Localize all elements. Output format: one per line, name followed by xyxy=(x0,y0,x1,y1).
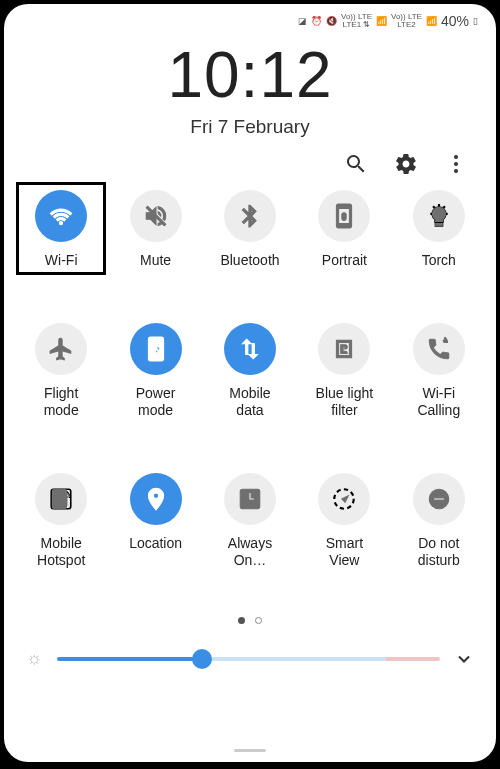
alarm-icon: ⏰ xyxy=(311,16,322,26)
tile-portrait[interactable]: Portrait xyxy=(297,190,391,269)
alwayson-icon xyxy=(224,473,276,525)
search-icon[interactable] xyxy=(344,152,368,176)
torch-icon xyxy=(413,190,465,242)
tiles-grid: Wi-FiMuteBluetoothPortraitTorchFlight mo… xyxy=(4,184,496,569)
page-indicator[interactable] xyxy=(4,617,496,624)
tile-torch[interactable]: Torch xyxy=(392,190,486,269)
tile-label: Wi-Fi xyxy=(45,252,78,269)
portrait-icon xyxy=(318,190,370,242)
brightness-icon: ☼ xyxy=(26,648,43,669)
signal1-icon: 📶 xyxy=(376,16,387,26)
more-icon[interactable] xyxy=(444,152,468,176)
tile-label: Blue light filter xyxy=(316,385,374,419)
smartview-icon xyxy=(318,473,370,525)
tile-label: Power mode xyxy=(136,385,176,419)
svg-point-2 xyxy=(454,169,458,173)
chevron-down-icon[interactable] xyxy=(454,649,474,669)
clock-time: 10:12 xyxy=(4,38,496,112)
tile-alwayson[interactable]: Always On… xyxy=(203,473,297,569)
tile-label: Location xyxy=(129,535,182,552)
tile-label: Flight mode xyxy=(44,385,79,419)
tile-mobiledata[interactable]: Mobile data xyxy=(203,323,297,419)
tile-flight[interactable]: Flight mode xyxy=(14,323,108,419)
panel-actions xyxy=(4,138,496,184)
tile-label: Mute xyxy=(140,252,171,269)
tile-label: Bluetooth xyxy=(220,252,279,269)
bluelight-icon xyxy=(318,323,370,375)
wificalling-icon xyxy=(413,323,465,375)
bluetooth-icon xyxy=(224,190,276,242)
brightness-row: ☼ xyxy=(4,624,496,669)
battery-percent: 40% xyxy=(441,13,469,29)
sim1-indicator: Vo)) LTELTE1 ⇅ xyxy=(341,13,372,29)
tile-smartview[interactable]: Smart View xyxy=(297,473,391,569)
svg-point-1 xyxy=(454,162,458,166)
tile-hotspot[interactable]: Mobile Hotspot xyxy=(14,473,108,569)
brightness-slider[interactable] xyxy=(57,657,441,661)
tile-label: Wi-Fi Calling xyxy=(417,385,460,419)
dnd-icon xyxy=(413,473,465,525)
hotspot-icon xyxy=(35,473,87,525)
tile-label: Always On… xyxy=(228,535,272,569)
tile-dnd[interactable]: Do not disturb xyxy=(392,473,486,569)
tile-bluetooth[interactable]: Bluetooth xyxy=(203,190,297,269)
tile-wifi[interactable]: Wi-Fi xyxy=(14,190,108,269)
tile-label: Mobile Hotspot xyxy=(37,535,85,569)
svg-point-0 xyxy=(454,155,458,159)
page-dot-inactive xyxy=(255,617,262,624)
drag-handle[interactable] xyxy=(234,749,266,752)
mute-icon xyxy=(130,190,182,242)
quick-settings-panel: ◪ ⏰ 🔇 Vo)) LTELTE1 ⇅ 📶 Vo)) LTELTE2 📶 40… xyxy=(4,4,496,762)
tile-power[interactable]: Power mode xyxy=(108,323,202,419)
tile-mute[interactable]: Mute xyxy=(108,190,202,269)
sim2-indicator: Vo)) LTELTE2 xyxy=(391,13,422,29)
status-bar: ◪ ⏰ 🔇 Vo)) LTELTE1 ⇅ 📶 Vo)) LTELTE2 📶 40… xyxy=(4,4,496,32)
svg-rect-5 xyxy=(433,498,444,500)
tile-location[interactable]: Location xyxy=(108,473,202,569)
tile-label: Torch xyxy=(422,252,456,269)
tile-wificalling[interactable]: Wi-Fi Calling xyxy=(392,323,486,419)
tile-label: Smart View xyxy=(326,535,363,569)
gear-icon[interactable] xyxy=(394,152,418,176)
tile-bluelight[interactable]: Blue light filter xyxy=(297,323,391,419)
tile-label: Mobile data xyxy=(229,385,270,419)
wifi-icon xyxy=(35,190,87,242)
battery-saver-icon: ◪ xyxy=(298,16,307,26)
page-dot-active xyxy=(238,617,245,624)
battery-icon: ▯ xyxy=(473,16,478,26)
mobiledata-icon xyxy=(224,323,276,375)
location-icon xyxy=(130,473,182,525)
tile-label: Portrait xyxy=(322,252,367,269)
mute-status-icon: 🔇 xyxy=(326,16,337,26)
tile-label: Do not disturb xyxy=(418,535,460,569)
signal2-icon: 📶 xyxy=(426,16,437,26)
flight-icon xyxy=(35,323,87,375)
clock-date: Fri 7 February xyxy=(4,116,496,138)
power-icon xyxy=(130,323,182,375)
clock-block: 10:12 Fri 7 February xyxy=(4,38,496,138)
brightness-thumb[interactable] xyxy=(192,649,212,669)
